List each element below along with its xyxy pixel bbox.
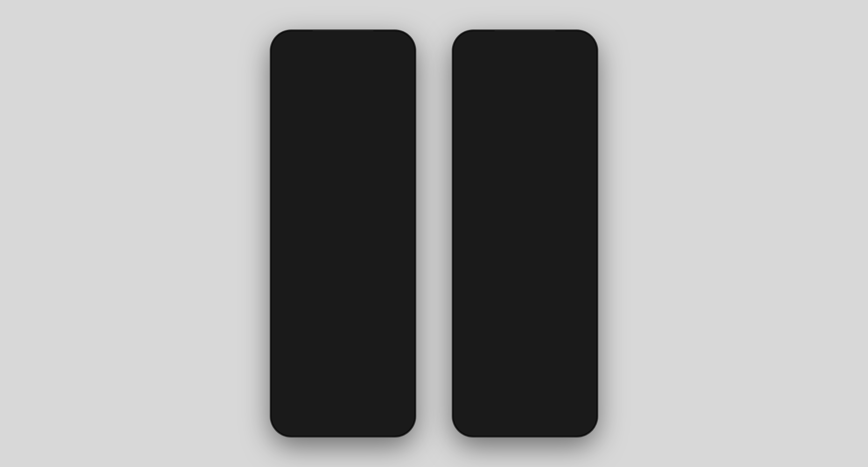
carrier-right: BFM bbox=[465, 45, 475, 50]
sharp-logo-text-right: SHARP. bbox=[378, 123, 408, 131]
ad-headline-right: ADVANCED SERIESDOCUMENT SYSTEMS bbox=[529, 123, 590, 133]
status-icons-right: ∿ ▮ bbox=[568, 45, 585, 50]
status-bar-left: BFM ∿ ▮ bbox=[274, 37, 412, 54]
like-icon-right: 👍 bbox=[470, 232, 477, 238]
friends-icon-left: 👥 bbox=[319, 416, 329, 426]
search-bar-right[interactable]: Search bbox=[477, 57, 573, 68]
messenger-icon-left[interactable] bbox=[395, 57, 407, 69]
nav-home-right[interactable]: ⌂ bbox=[469, 417, 475, 426]
signal-right bbox=[568, 45, 575, 50]
nav-globe-right[interactable]: 🌐 2 bbox=[538, 416, 548, 426]
messenger-icon-right[interactable] bbox=[577, 57, 589, 69]
like-button-right[interactable]: 👍 Like bbox=[456, 230, 502, 241]
second-sharp-logo-left: SHARP bbox=[279, 249, 294, 264]
nav-friends-right[interactable]: 👥 bbox=[501, 416, 511, 426]
share-button-right[interactable]: ↗ Share bbox=[548, 230, 594, 241]
sharp-logo-text-left-right: SHARP. bbox=[460, 123, 490, 131]
comment-button-left[interactable]: 💬 Comment bbox=[320, 230, 366, 241]
svg-rect-30 bbox=[560, 169, 583, 172]
ad-panel-sharp-right[interactable]: SHARP. bbox=[343, 119, 412, 194]
reactions-count-left: 3,675 bbox=[297, 220, 308, 225]
wow-emoji-left: 😮 bbox=[289, 219, 296, 226]
share-button-left[interactable]: ↗ Share bbox=[366, 230, 412, 241]
svg-rect-16 bbox=[361, 143, 389, 156]
phone-screen-left: BFM ∿ ▮ bbox=[274, 37, 412, 432]
reactions-left-right: 👍 ❤️ 😮 3,675 bbox=[461, 219, 490, 226]
battery-icon-left: ▮ bbox=[401, 45, 403, 50]
post-meta-right: SHARP Pinters Today at 3:45 PM bbox=[479, 78, 516, 89]
nav-globe-left[interactable]: 🌐 2 bbox=[356, 416, 366, 426]
menu-icon-left: ⠿ bbox=[392, 416, 399, 426]
see-translation-right[interactable]: See translation bbox=[456, 111, 594, 119]
see-translation-left[interactable]: See translation bbox=[274, 111, 412, 119]
post-author-right: SHARP Pinters bbox=[479, 78, 516, 84]
fb-header-left: Search bbox=[274, 54, 412, 72]
like-label-right: Like bbox=[479, 233, 488, 238]
reactions-bar-left: 👍 ❤️ 😮 3,675 2,475 comments 1,928 sharin… bbox=[274, 217, 412, 228]
comment-label-left: Comment bbox=[336, 233, 358, 238]
ad-caption-right-1[interactable]: Advanced Series Document Systems. Find a… bbox=[456, 194, 525, 217]
fb-header-right: Search bbox=[456, 54, 594, 72]
sharp-logo-right: SHARP bbox=[461, 76, 476, 91]
ad-caption-title-left-2: Advanced Series Document Systems. bbox=[347, 198, 408, 208]
comment-label-right: Comment bbox=[518, 233, 540, 238]
post-header-left: SHARP SHARP Pinters Today at 3:45 PM ∨ bbox=[274, 72, 412, 93]
sharp-logo-left: SHARP bbox=[279, 76, 294, 91]
action-buttons-right: 👍 Like 💬 Comment ↗ Share bbox=[456, 228, 594, 242]
home-icon-left: ⌂ bbox=[287, 417, 293, 426]
post-card-left: SHARP SHARP Pinters Today at 3:45 PM ∨ A… bbox=[274, 72, 412, 242]
like-button-left[interactable]: 👍 Like bbox=[274, 230, 320, 241]
search-bar-left[interactable]: Search bbox=[295, 57, 391, 68]
svg-rect-7 bbox=[305, 173, 326, 175]
printer-right-right bbox=[552, 149, 594, 191]
svg-rect-5 bbox=[303, 163, 329, 167]
post-time-right: Today at 3:45 PM bbox=[479, 84, 516, 89]
camera-icon-left[interactable] bbox=[279, 57, 291, 69]
globe-badge-right: 2 bbox=[545, 414, 551, 420]
shares-count-left: 1,928 sharings bbox=[379, 220, 407, 225]
signal-left bbox=[386, 45, 393, 50]
nav-friends-left[interactable]: 👥 bbox=[319, 416, 329, 426]
svg-rect-14 bbox=[356, 173, 378, 176]
reactions-bar-right: 👍 ❤️ 😮 3,675 2,475 comments 1,928 sharin… bbox=[456, 217, 594, 228]
ad-caption-right-2[interactable]: Advanced Series Document Systems. Find a… bbox=[525, 194, 594, 217]
second-post-meta-right: SHARP Pinters Yesterday at 1:30 PM bbox=[479, 251, 519, 262]
status-bar-right: BFM ∿ ▮ bbox=[456, 37, 594, 54]
second-post-right: SHARP SHARP Pinters Yesterday at 1:30 PM… bbox=[456, 245, 594, 268]
comment-icon-left: 💬 bbox=[328, 232, 335, 238]
home-icon-right: ⌂ bbox=[469, 417, 475, 426]
ad-caption-left-2[interactable]: Advanced Series Document Systems. Find a… bbox=[343, 194, 412, 217]
nav-menu-left[interactable]: ⠿ bbox=[392, 416, 399, 426]
printer-left-img bbox=[291, 138, 343, 189]
carrier-left: BFM bbox=[283, 45, 293, 50]
second-post-header-left: SHARP SHARP Pinters Yesterday at 1:30 PM bbox=[279, 249, 337, 264]
ad-caption-left-1[interactable]: Advanced Series Document Systems. Find a… bbox=[274, 194, 343, 217]
shares-count-right: 1,928 sharings bbox=[561, 220, 589, 225]
reactions-right-right: 2,475 comments 1,928 sharings bbox=[526, 220, 589, 225]
second-sharp-logo-right: SHARP bbox=[461, 249, 476, 264]
svg-rect-25 bbox=[483, 172, 507, 175]
share-label-left: Share bbox=[385, 233, 399, 238]
ad-captions-right: Advanced Series Document Systems. Find a… bbox=[456, 194, 594, 217]
post-chevron-left: ∨ bbox=[403, 80, 407, 87]
nav-home-left[interactable]: ⌂ bbox=[287, 417, 293, 426]
svg-point-18 bbox=[466, 62, 469, 64]
ad-panel-sharp-left-right[interactable]: SHARP. bbox=[456, 119, 525, 194]
printer-right-img bbox=[343, 139, 397, 190]
post-header-left-content: SHARP SHARP Pinters Today at 3:45 PM bbox=[279, 76, 334, 91]
svg-line-2 bbox=[303, 64, 304, 64]
comment-button-right[interactable]: 💬 Comment bbox=[502, 230, 548, 241]
ad-caption-cta-left-1: Find a Dealer bbox=[278, 209, 339, 214]
nav-menu-right[interactable]: ⠿ bbox=[574, 416, 581, 426]
battery-icon-right: ▮ bbox=[583, 45, 585, 50]
phone-right: BFM ∿ ▮ bbox=[453, 30, 597, 437]
ad-headline-left: ADVANCED SERIESDOCUMENT SYSTEMS bbox=[278, 123, 339, 133]
camera-icon-right[interactable] bbox=[461, 57, 473, 69]
ad-panel-text-left[interactable]: ADVANCED SERIESDOCUMENT SYSTEMS The New … bbox=[274, 119, 343, 194]
status-icons-left: ∿ ▮ bbox=[386, 45, 403, 50]
reactions-count-right: 3,675 bbox=[479, 220, 490, 225]
ad-panel-text-right-right[interactable]: ADVANCED SERIESDOCUMENT SYSTEMS The New … bbox=[525, 119, 594, 194]
wifi-icon-right: ∿ bbox=[577, 45, 581, 50]
svg-point-19 bbox=[482, 61, 485, 64]
phone-left: BFM ∿ ▮ bbox=[271, 30, 415, 437]
